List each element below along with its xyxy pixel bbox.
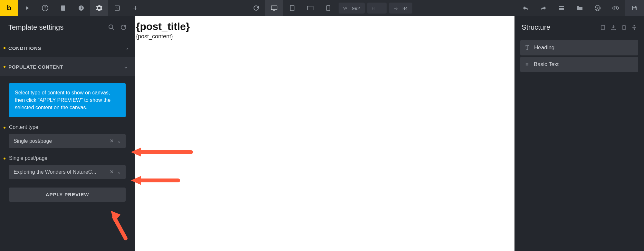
indicator-dot	[4, 66, 5, 68]
tablet-portrait-icon[interactable]	[283, 0, 301, 16]
height-input[interactable]: H–	[367, 3, 387, 14]
section-conditions[interactable]: CONDITIONS ›	[0, 39, 135, 57]
zoom-input[interactable]: %84	[389, 3, 412, 14]
lines-icon: ≡	[525, 61, 529, 68]
apply-preview-button[interactable]: APPLY PREVIEW	[9, 188, 126, 202]
info-callout: Select type of content to show on canvas…	[9, 83, 126, 117]
left-panel-header: Template settings	[0, 16, 135, 39]
populate-section-body: Select type of content to show on canvas…	[0, 76, 135, 213]
single-post-label: Single post/page	[9, 155, 126, 161]
layers-icon[interactable]	[553, 0, 571, 16]
single-post-select[interactable]: Exploring the Wonders of NatureC... ✕ ⌄	[9, 165, 126, 179]
width-input[interactable]: W992	[339, 3, 364, 14]
structure-item-basic-text[interactable]: ≡ Basic Text	[520, 57, 638, 72]
tablet-landscape-icon[interactable]	[301, 0, 319, 16]
desktop-icon[interactable]	[265, 0, 283, 16]
svg-rect-18	[601, 26, 604, 30]
add-icon[interactable]	[126, 0, 144, 16]
clear-icon[interactable]: ✕	[110, 138, 114, 144]
help-icon[interactable]: ?	[36, 0, 54, 16]
right-panel-title: Structure	[522, 23, 595, 32]
document-icon[interactable]	[54, 0, 72, 16]
svg-rect-16	[633, 8, 636, 10]
clock-icon[interactable]	[72, 0, 90, 16]
svg-point-17	[109, 25, 113, 29]
settings-icon[interactable]	[90, 0, 108, 16]
svg-text:5: 5	[116, 6, 118, 10]
clear-icon[interactable]: ✕	[110, 169, 114, 175]
indicator-dot	[4, 47, 5, 49]
svg-point-14	[615, 7, 617, 9]
chevron-down-icon: ⌄	[124, 64, 128, 70]
trash-icon[interactable]	[621, 24, 627, 30]
section-populate-content[interactable]: POPULATE CONTENT ⌄	[0, 57, 135, 76]
logo-button[interactable]: b	[0, 0, 18, 16]
refresh-icon[interactable]	[120, 24, 126, 30]
indicator-dot	[4, 127, 5, 129]
chevron-down-icon: ⌄	[117, 169, 121, 175]
content-type-label: Content type	[9, 124, 126, 130]
svg-rect-7	[290, 5, 294, 11]
eye-icon[interactable]	[607, 0, 625, 16]
svg-rect-11	[559, 8, 564, 9]
mobile-icon[interactable]	[319, 0, 337, 16]
top-toolbar: b ? 5 W992 H– %84	[0, 0, 644, 16]
undo-icon[interactable]	[516, 0, 534, 16]
post-title-placeholder: {post_title}	[135, 16, 514, 33]
html5-icon[interactable]: 5	[108, 0, 126, 16]
text-icon: T	[525, 44, 529, 51]
svg-rect-2	[61, 5, 65, 11]
copy-icon[interactable]	[600, 24, 605, 30]
collapse-icon[interactable]	[632, 24, 637, 30]
search-icon[interactable]	[108, 24, 115, 31]
post-content-placeholder: {post_content}	[135, 33, 514, 40]
play-icon[interactable]	[18, 0, 36, 16]
reload-icon[interactable]	[247, 0, 265, 16]
save-button[interactable]	[625, 0, 644, 16]
svg-text:?: ?	[44, 6, 46, 10]
content-type-field: Content type Single post/page ✕ ⌄	[9, 124, 126, 148]
wordpress-icon[interactable]	[589, 0, 607, 16]
structure-item-heading[interactable]: T Heading	[520, 40, 638, 55]
single-post-field: Single post/page Exploring the Wonders o…	[9, 155, 126, 179]
chevron-right-icon: ›	[126, 45, 128, 51]
svg-rect-12	[559, 9, 564, 10]
left-panel-title: Template settings	[8, 23, 102, 32]
svg-rect-6	[271, 6, 277, 10]
download-icon[interactable]	[610, 24, 616, 30]
content-type-select[interactable]: Single post/page ✕ ⌄	[9, 134, 126, 148]
redo-icon[interactable]	[534, 0, 553, 16]
left-panel: Template settings CONDITIONS › POPULATE …	[0, 16, 135, 251]
chevron-down-icon: ⌄	[117, 138, 121, 144]
svg-rect-10	[559, 6, 564, 7]
folder-icon[interactable]	[571, 0, 589, 16]
canvas-area[interactable]: {post_title} {post_content}	[135, 16, 514, 251]
svg-rect-15	[633, 6, 635, 7]
indicator-dot	[4, 158, 5, 159]
right-panel: Structure T Heading ≡ Basic Text	[514, 16, 644, 251]
right-panel-header: Structure	[514, 16, 644, 39]
svg-rect-8	[307, 6, 313, 10]
svg-rect-9	[327, 5, 330, 11]
